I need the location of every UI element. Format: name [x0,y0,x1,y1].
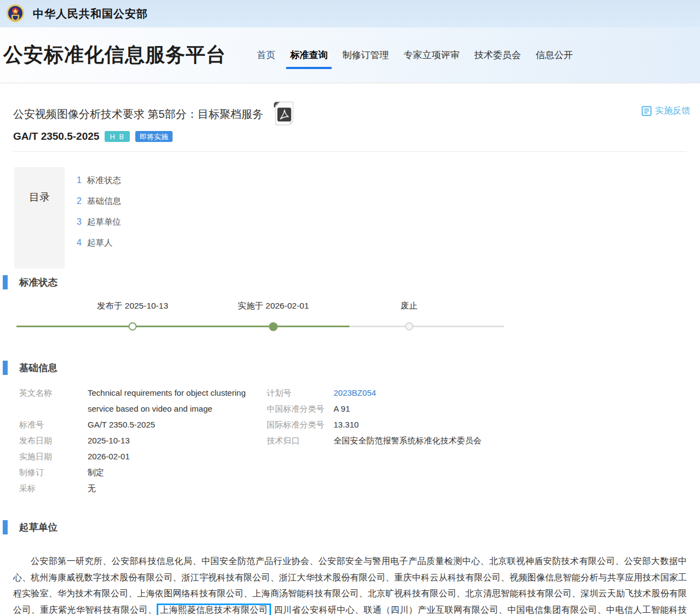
plan-number-link[interactable]: 2023BZ054 [334,385,376,401]
info-value: 2025-10-13 [88,432,130,448]
police-emblem-logo [5,4,25,24]
toc-item-label: 基础信息 [87,196,121,206]
platform-header: 公安标准化信息服务平台 首页 标准查询 制修订管理 专家立项评审 技术委员会 信… [0,27,700,83]
platform-title: 公安标准化信息服务平台 [3,42,226,69]
section-header-drafting-units: 起草单位 [3,520,700,534]
info-row-implement-date: 实施日期 2026-02-01 [19,448,267,464]
toc-title: 目录 [14,167,65,269]
section-title: 起草单位 [19,521,58,534]
info-value: 13.310 [334,417,359,432]
toc-item-drafting-units[interactable]: 3起草单位 [77,217,121,228]
info-value: Technical requirements for object cluste… [88,385,264,417]
info-label: 发布日期 [19,432,88,448]
nav-expert-review[interactable]: 专家立项评审 [404,49,460,61]
info-row-revision-type: 制修订 制定 [19,464,267,480]
info-row-standard-number: 标准号 GA/T 2350.5-2025 [19,417,267,432]
toc-item-label: 起草人 [87,238,113,247]
info-label: 制修订 [19,464,88,480]
info-row-publish-date: 发布日期 2025-10-13 [19,432,267,448]
nav-home[interactable]: 首页 [257,49,276,61]
standard-title: 公安视频图像分析技术要求 第5部分：目标聚档服务 [13,107,263,122]
toc-item-number: 3 [77,217,82,226]
table-of-contents: 目录 1标准状态 2基础信息 3起草单位 4起草人 [14,167,700,269]
standard-code: GA/T 2350.5-2025 [13,130,99,143]
divider [13,151,687,152]
timeline-line-completed [16,326,349,327]
toc-item-number: 1 [77,175,82,185]
toc-item-number: 2 [77,196,82,206]
section-marker [3,361,8,375]
info-row-plan-number: 计划号 2023BZ054 [267,385,687,401]
status-timeline: 发布于 2025-10-13 实施于 2026-02-01 废止 [16,300,504,335]
timeline-dot-published [129,322,137,331]
info-value: 2026-02-01 [88,448,130,464]
main-content: 公安视频图像分析技术要求 第5部分：目标聚档服务 PDF 实施反馈 [0,103,700,615]
feedback-label: 实施反馈 [655,105,690,117]
nav-information-disclosure[interactable]: 信息公开 [536,49,573,61]
basic-info-right-column: 计划号 2023BZ054 中国标准分类号 A 91 国际标准分类号 13.31… [267,385,687,496]
section-title: 标准状态 [19,276,58,289]
info-label: 采标 [19,480,88,496]
info-label: 中国标准分类号 [267,401,334,417]
toc-item-label: 标准状态 [87,175,121,185]
info-label: 英文名称 [19,385,88,417]
timeline-dot-abolished [405,322,414,331]
section-marker [3,520,8,534]
toc-item-label: 起草单位 [87,217,121,226]
feedback-icon [641,106,652,116]
timeline-line-future [349,326,504,327]
info-value: 制定 [88,464,104,480]
implementation-feedback-link[interactable]: 实施反馈 [641,105,690,117]
section-header-standard-status: 标准状态 [3,275,700,289]
highlighted-company: 上海熙菱信息技术有限公司 [157,603,271,615]
info-label: 实施日期 [19,448,88,464]
info-label: 计划号 [267,385,334,401]
section-header-basic-info: 基础信息 [3,361,700,375]
status-badge: 即将实施 [135,131,173,142]
info-row-china-classification: 中国标准分类号 A 91 [267,401,687,417]
document-head: 公安视频图像分析技术要求 第5部分：目标聚档服务 PDF 实施反馈 [13,103,690,144]
pdf-file-icon[interactable]: PDF [273,101,295,126]
toc-item-drafters[interactable]: 4起草人 [77,237,121,249]
timeline-label-implemented: 实施于 2026-02-01 [238,300,309,312]
info-row-ics-classification: 国际标准分类号 13.310 [267,417,687,432]
main-nav: 首页 标准查询 制修订管理 专家立项评审 技术委员会 信息公开 [257,49,573,61]
drafting-units-paragraph: 公安部第一研究所、公安部科技信息化局、中国安全防范产品行业协会、公安部安全与警用… [13,553,687,615]
timeline-label-abolished: 废止 [401,300,418,312]
section-title: 基础信息 [19,361,58,374]
info-label: 标准号 [19,417,88,432]
gov-topbar: 中华人民共和国公安部 [0,0,700,27]
info-value: GA/T 2350.5-2025 [88,417,155,432]
section-marker [3,275,8,289]
toc-item-standard-status[interactable]: 1标准状态 [77,175,121,186]
site-name: 中华人民共和国公安部 [33,7,148,21]
info-value: 全国安全防范报警系统标准化技术委员会 [334,432,481,448]
nav-standard-query[interactable]: 标准查询 [290,49,328,61]
toc-item-basic-info[interactable]: 2基础信息 [77,196,121,207]
basic-info-left-column: 英文名称 Technical requirements for object c… [19,385,267,496]
toc-list: 1标准状态 2基础信息 3起草单位 4起草人 [77,175,121,269]
hb-badge: H B [105,131,130,142]
info-value: 无 [88,480,96,496]
info-row-english-name: 英文名称 Technical requirements for object c… [19,385,267,417]
basic-info-grid: 英文名称 Technical requirements for object c… [19,385,687,496]
info-value: A 91 [334,401,350,417]
toc-item-number: 4 [77,238,82,247]
nav-revision-management[interactable]: 制修订管理 [342,49,389,61]
nav-technical-committee[interactable]: 技术委员会 [474,49,521,61]
info-row-adoption: 采标 无 [19,480,267,496]
timeline-dot-implemented [269,322,278,331]
info-label: 技术归口 [267,432,334,448]
info-label: 国际标准分类号 [267,417,334,432]
timeline-label-published: 发布于 2025-10-13 [97,300,168,312]
info-row-technical-committee: 技术归口 全国安全防范报警系统标准化技术委员会 [267,432,687,448]
